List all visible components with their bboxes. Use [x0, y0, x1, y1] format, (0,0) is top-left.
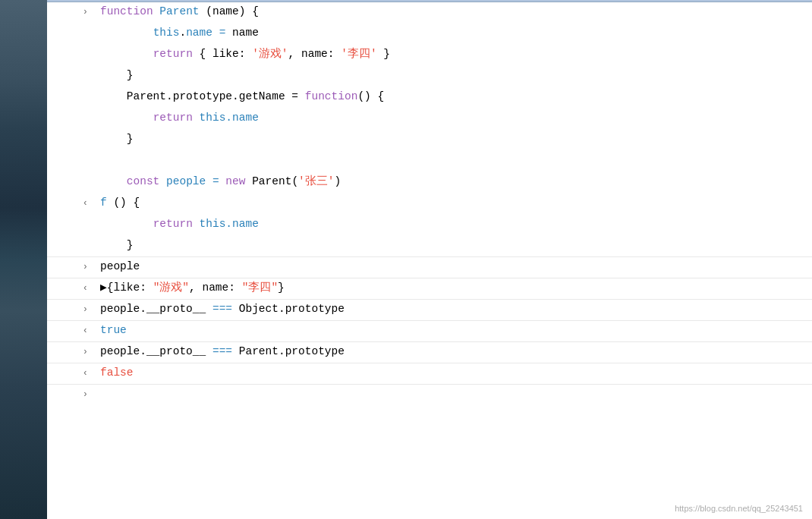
line-prefix: ›	[47, 386, 94, 401]
code-token: Parent.prototype.getName =	[100, 90, 305, 102]
line-prefix	[47, 237, 94, 239]
code-token: "游戏"	[153, 282, 189, 294]
code-line: ‹true	[47, 321, 812, 342]
code-token: people.__proto__	[100, 345, 212, 357]
line-content: return { like: '游戏', name: '李四' }	[94, 46, 812, 63]
code-token: people	[166, 175, 206, 187]
code-line: }	[47, 236, 812, 257]
line-content: f () {	[94, 195, 812, 212]
code-line: return this.name	[47, 215, 812, 236]
line-content: }	[94, 237, 812, 254]
code-token: name	[232, 27, 259, 39]
code-line: }	[47, 130, 812, 151]
code-token: , name:	[288, 48, 341, 60]
code-token: Object.prototype	[232, 303, 345, 315]
code-token: ===	[212, 303, 232, 315]
code-line: this.name = name	[47, 24, 812, 45]
line-content: ▶{like: "游戏", name: "李四"}	[94, 280, 812, 297]
line-prefix: ›	[47, 301, 94, 316]
code-token: }	[100, 133, 134, 145]
code-token: '游戏'	[252, 48, 288, 60]
arrow-left-icon: ‹	[83, 324, 88, 338]
code-line: return this.name	[47, 109, 812, 130]
code-line: const people = new Parent('张三')	[47, 172, 812, 193]
code-token	[100, 175, 127, 187]
code-token	[193, 112, 200, 124]
code-token: }	[100, 239, 134, 251]
line-content: people.__proto__ === Parent.prototype	[94, 344, 812, 360]
line-prefix: ‹	[47, 322, 94, 338]
console-content: ›function Parent (name) { this.name = na…	[47, 2, 812, 519]
line-prefix: ›	[47, 344, 94, 359]
code-line	[47, 151, 812, 172]
code-token	[159, 175, 166, 187]
line-prefix: ‹	[47, 195, 94, 210]
code-token: function	[100, 5, 159, 17]
code-token: true	[100, 324, 127, 336]
code-line: Parent.prototype.getName = function() {	[47, 87, 812, 109]
sidebar-background	[0, 0, 47, 519]
line-prefix	[47, 153, 94, 154]
code-token: '李四'	[341, 48, 376, 60]
code-token: {like:	[107, 282, 153, 294]
code-line: }	[47, 66, 812, 87]
line-prefix	[47, 46, 94, 48]
code-token	[100, 112, 153, 124]
line-content: }	[94, 68, 812, 84]
sidebar	[0, 0, 47, 519]
line-prefix: ›	[47, 4, 94, 19]
code-token: return	[153, 112, 193, 124]
arrow-right-icon: ›	[83, 5, 88, 19]
code-token: { like:	[193, 48, 252, 60]
code-line: ‹false	[47, 363, 812, 385]
code-token: people.__proto__	[100, 303, 212, 315]
line-content: return this.name	[94, 110, 812, 127]
line-content: people	[94, 259, 812, 275]
code-token: (	[200, 5, 212, 17]
code-token: () {	[107, 197, 140, 209]
line-prefix	[47, 89, 94, 90]
line-prefix	[47, 131, 94, 133]
code-line: ‹▶{like: "游戏", name: "李四"}	[47, 278, 812, 300]
code-token: .	[179, 27, 186, 39]
code-line: ›people.__proto__ === Parent.prototype	[47, 342, 812, 363]
code-line: return { like: '游戏', name: '李四' }	[47, 45, 812, 66]
line-prefix	[47, 216, 94, 218]
code-token: () {	[357, 90, 384, 102]
code-token: .name	[225, 218, 259, 230]
code-token: name	[186, 27, 212, 39]
code-token: this	[200, 112, 226, 124]
code-token: }	[377, 48, 390, 60]
code-token: return	[153, 218, 193, 230]
arrow-right-icon: ›	[83, 303, 88, 316]
line-content: function Parent (name) {	[94, 4, 812, 20]
code-token: false	[100, 366, 134, 379]
code-line: ‹f () {	[47, 193, 812, 215]
arrow-right-icon: ›	[83, 388, 88, 401]
console-area: ›function Parent (name) { this.name = na…	[47, 0, 812, 519]
line-content: this.name = name	[94, 25, 812, 42]
code-token: function	[305, 90, 358, 102]
code-token: }	[100, 69, 134, 81]
code-token: ===	[212, 345, 232, 357]
line-prefix: ›	[47, 259, 94, 274]
code-line: ›people	[47, 257, 812, 278]
line-content: const people = new Parent('张三')	[94, 174, 812, 190]
arrow-left-icon: ‹	[83, 197, 88, 210]
code-token: this	[153, 27, 180, 39]
line-content: return this.name	[94, 216, 812, 233]
code-token	[193, 218, 200, 230]
code-line: ›	[47, 385, 812, 406]
watermark: https://blog.csdn.net/qq_25243451	[675, 504, 803, 513]
code-line: ›people.__proto__ === Object.prototype	[47, 300, 812, 321]
line-prefix	[47, 25, 94, 27]
code-token: new	[225, 175, 245, 187]
code-token: "李四"	[235, 282, 278, 294]
code-token: Parent(	[245, 175, 298, 187]
arrow-left-icon: ‹	[83, 366, 88, 380]
line-content: }	[94, 131, 812, 148]
code-token: this	[200, 218, 226, 230]
line-prefix	[47, 110, 94, 112]
code-token: .name	[225, 112, 259, 124]
code-token: name:	[202, 282, 235, 294]
